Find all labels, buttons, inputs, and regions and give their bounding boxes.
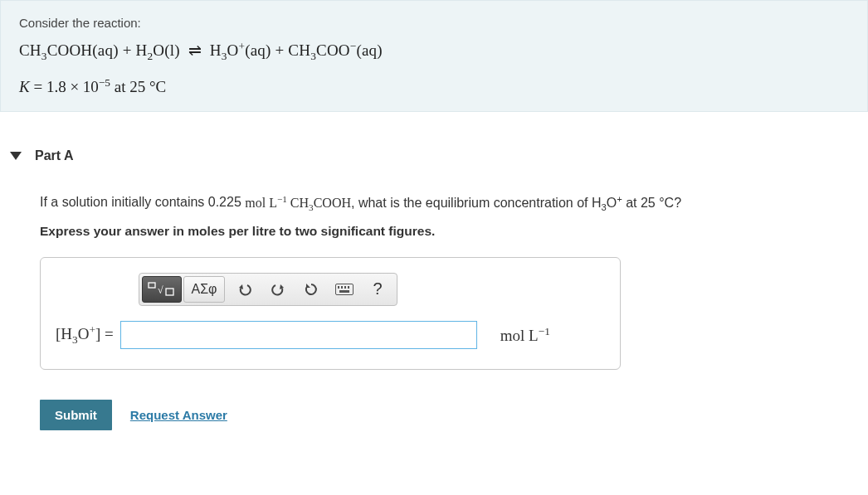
undo-icon [237,283,252,296]
question-species: CH3COOH [287,196,351,210]
greek-symbols-button[interactable]: ΑΣφ [183,276,225,303]
templates-button[interactable]: √ [142,276,182,303]
svg-rect-2 [166,289,173,295]
help-button[interactable]: ? [361,276,394,303]
keyboard-icon [335,284,354,295]
answer-instructions: Express your answer in moles per litre t… [40,224,858,239]
question-units: mol L−1 [245,196,287,210]
request-answer-link[interactable]: Request Answer [130,408,227,422]
svg-text:√: √ [158,284,163,296]
submit-button[interactable]: Submit [40,400,112,430]
reset-icon [304,282,319,297]
redo-icon [271,283,285,296]
answer-input[interactable] [120,321,477,349]
question-text: If a solution initially contains 0.225 m… [40,193,858,212]
equilibrium-constant: K = 1.8 × 10−5 at 25 °C [19,76,849,96]
reset-button[interactable] [295,276,328,303]
undo-button[interactable] [228,276,261,303]
svg-rect-0 [149,283,155,288]
answer-row: [H3O+] = mol L−1 [56,321,605,349]
question-prefix: If a solution initially contains 0.225 [40,196,245,210]
part-title: Part A [35,148,74,163]
part-body: If a solution initially contains 0.225 m… [10,170,858,378]
answer-unit: mol L−1 [500,325,550,345]
math-templates-icon: √ [148,282,176,297]
action-row: Submit Request Answer [40,400,858,430]
answer-lhs: [H3O+] = [56,323,114,347]
problem-intro: Consider the reaction: CH3COOH(aq) + H2O… [0,0,868,112]
equation-toolbar: √ ΑΣφ [139,273,397,306]
chevron-down-icon [10,152,22,160]
part-a-section: Part A If a solution initially contains … [0,142,868,430]
redo-button[interactable] [261,276,295,303]
reaction-equation: CH3COOH(aq) + H2O(l) ⇌ H3O+(aq) + CH3COO… [19,40,849,63]
part-header[interactable]: Part A [10,142,858,170]
keyboard-button[interactable] [328,276,361,303]
answer-box: √ ΑΣφ [40,257,621,370]
intro-prompt: Consider the reaction: [19,16,849,30]
question-suffix: , what is the equilibrium concentration … [351,196,681,210]
